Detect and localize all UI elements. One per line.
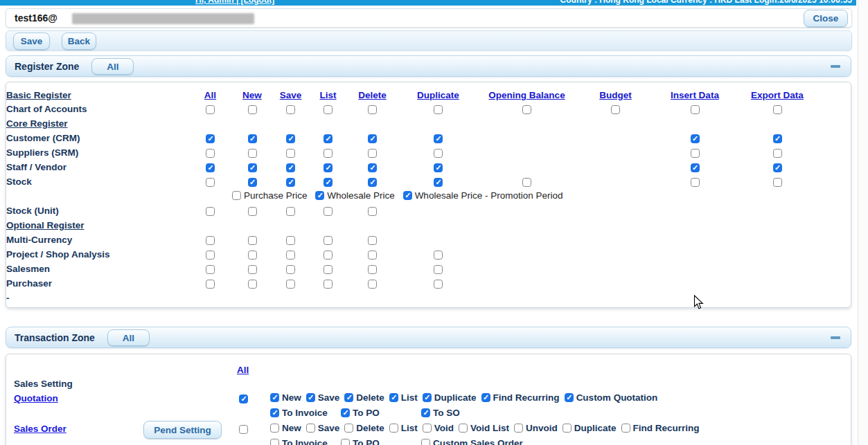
- collapse-minus-icon[interactable]: [831, 336, 840, 339]
- user-menu-clipped[interactable]: Hi, Admin | [Logout]: [195, 0, 274, 5]
- checkbox-project-list[interactable]: [324, 251, 333, 260]
- col-header-all[interactable]: All: [204, 90, 216, 100]
- basic-register-link[interactable]: Basic Register: [6, 90, 71, 100]
- core-register-link[interactable]: Core Register: [6, 118, 68, 129]
- checkbox-stock-unit-new[interactable]: [248, 207, 257, 216]
- checkbox-purchaser-duplicate[interactable]: [434, 280, 443, 289]
- checkbox-suppliers-export-data[interactable]: [773, 149, 782, 158]
- checkbox[interactable]: [344, 393, 353, 402]
- perm-quotation-new[interactable]: New: [270, 392, 301, 403]
- perm-sales-order-list[interactable]: List: [389, 423, 418, 433]
- checkbox[interactable]: [421, 439, 430, 445]
- perm-stock-wholesale-promo[interactable]: Wholesale Price - Promotion Period: [403, 190, 563, 201]
- checkbox-coa-duplicate[interactable]: [434, 105, 443, 114]
- checkbox-stock-unit-all[interactable]: [206, 207, 215, 216]
- checkbox-suppliers-save[interactable]: [286, 149, 295, 158]
- checkbox-stock-new[interactable]: [248, 178, 257, 187]
- checkbox-salesmen-all[interactable]: [206, 265, 215, 274]
- checkbox[interactable]: [270, 424, 279, 433]
- perm-sales-order-save[interactable]: Save: [306, 423, 340, 433]
- checkbox[interactable]: [423, 393, 432, 402]
- perm-quotation-to-invoice[interactable]: To Invoice: [270, 408, 341, 418]
- checkbox-customer-save[interactable]: [286, 134, 295, 143]
- checkbox-project-duplicate[interactable]: [434, 251, 443, 260]
- checkbox[interactable]: [306, 424, 315, 433]
- perm-sales-order-custom-sales-order[interactable]: Custom Sales Order: [421, 438, 523, 445]
- perm-stock-purchase-price[interactable]: Purchase Price: [232, 190, 308, 201]
- perm-sales-order-delete[interactable]: Delete: [344, 423, 384, 433]
- checkbox[interactable]: [270, 393, 279, 402]
- perm-sales-order-find-recurring[interactable]: Find Recurring: [621, 423, 700, 433]
- checkbox-customer-export-data[interactable]: [773, 134, 782, 143]
- perm-stock-wholesale-price[interactable]: Wholesale Price: [315, 190, 395, 201]
- checkbox[interactable]: [270, 439, 279, 445]
- perm-quotation-list[interactable]: List: [389, 392, 418, 403]
- checkbox-project-delete[interactable]: [368, 251, 377, 260]
- checkbox-salesmen-duplicate[interactable]: [434, 265, 443, 274]
- checkbox-coa-export-data[interactable]: [773, 105, 782, 114]
- col-header-delete[interactable]: Delete: [358, 90, 387, 100]
- checkbox-stock-export-data[interactable]: [773, 178, 782, 187]
- checkbox[interactable]: [306, 393, 315, 402]
- checkbox-wholesale-price-promotion[interactable]: [403, 191, 412, 200]
- checkbox-project-new[interactable]: [248, 251, 257, 260]
- checkbox-suppliers-delete[interactable]: [368, 149, 377, 158]
- col-header-insert-data[interactable]: Insert Data: [671, 90, 719, 100]
- col-header-export-data[interactable]: Export Data: [751, 90, 804, 100]
- col-header-new[interactable]: New: [242, 90, 262, 100]
- checkbox-multicurrency-all[interactable]: [206, 236, 215, 245]
- checkbox-salesmen-new[interactable]: [248, 265, 257, 274]
- checkbox-wholesale-price[interactable]: [315, 191, 324, 200]
- checkbox-staff-all[interactable]: [206, 163, 215, 172]
- perm-quotation-delete[interactable]: Delete: [344, 392, 384, 403]
- checkbox-suppliers-list[interactable]: [324, 149, 333, 158]
- checkbox[interactable]: [563, 424, 572, 433]
- checkbox-multicurrency-list[interactable]: [324, 236, 333, 245]
- save-button[interactable]: Save: [13, 33, 50, 50]
- checkbox-suppliers-duplicate[interactable]: [434, 149, 443, 158]
- col-header-list[interactable]: List: [319, 90, 336, 100]
- checkbox-customer-delete[interactable]: [368, 134, 377, 143]
- checkbox-multicurrency-save[interactable]: [286, 236, 295, 245]
- checkbox-customer-duplicate[interactable]: [434, 134, 443, 143]
- perm-sales-order-void[interactable]: Void: [423, 423, 454, 433]
- checkbox-stock-delete[interactable]: [368, 178, 377, 187]
- checkbox[interactable]: [270, 408, 279, 417]
- checkbox-staff-list[interactable]: [324, 163, 333, 172]
- checkbox-staff-save[interactable]: [286, 163, 295, 172]
- checkbox[interactable]: [514, 424, 523, 433]
- perm-quotation-to-po[interactable]: To PO: [341, 408, 421, 418]
- optional-register-link[interactable]: Optional Register: [6, 220, 85, 230]
- close-button[interactable]: Close: [804, 10, 848, 27]
- quotation-link[interactable]: Quotation: [14, 393, 58, 403]
- checkbox-purchaser-save[interactable]: [286, 280, 295, 289]
- checkbox-purchaser-list[interactable]: [324, 280, 333, 289]
- register-zone-all-button[interactable]: All: [91, 58, 134, 75]
- col-header-opening-balance[interactable]: Opening Balance: [488, 90, 565, 100]
- checkbox-purchase-price[interactable]: [232, 191, 241, 200]
- perm-sales-order-to-invoice[interactable]: To Invoice: [270, 438, 341, 445]
- checkbox-stock-unit-save[interactable]: [286, 207, 295, 216]
- checkbox-customer-new[interactable]: [248, 134, 257, 143]
- checkbox[interactable]: [621, 424, 630, 433]
- checkbox-quotation-all[interactable]: [239, 394, 248, 403]
- checkbox-customer-all[interactable]: [206, 134, 215, 143]
- checkbox-stock-list[interactable]: [324, 178, 333, 187]
- sales-order-link[interactable]: Sales Order: [14, 424, 67, 434]
- checkbox[interactable]: [565, 393, 574, 402]
- checkbox-multicurrency-delete[interactable]: [368, 236, 377, 245]
- perm-sales-order-void-list[interactable]: Void List: [459, 423, 509, 433]
- checkbox-customer-insert-data[interactable]: [691, 134, 700, 143]
- perm-sales-order-duplicate[interactable]: Duplicate: [563, 423, 617, 433]
- col-header-duplicate[interactable]: Duplicate: [417, 90, 459, 100]
- checkbox-stock-insert-data[interactable]: [691, 178, 700, 187]
- checkbox-stock-unit-delete[interactable]: [368, 207, 377, 216]
- checkbox-project-all[interactable]: [206, 251, 215, 260]
- checkbox[interactable]: [389, 424, 398, 433]
- checkbox-staff-delete[interactable]: [368, 163, 377, 172]
- back-button[interactable]: Back: [62, 33, 96, 50]
- checkbox-staff-export-data[interactable]: [773, 163, 782, 172]
- perm-quotation-duplicate[interactable]: Duplicate: [423, 392, 477, 403]
- perm-quotation-find-recurring[interactable]: Find Recurring: [481, 392, 560, 403]
- checkbox[interactable]: [421, 408, 430, 417]
